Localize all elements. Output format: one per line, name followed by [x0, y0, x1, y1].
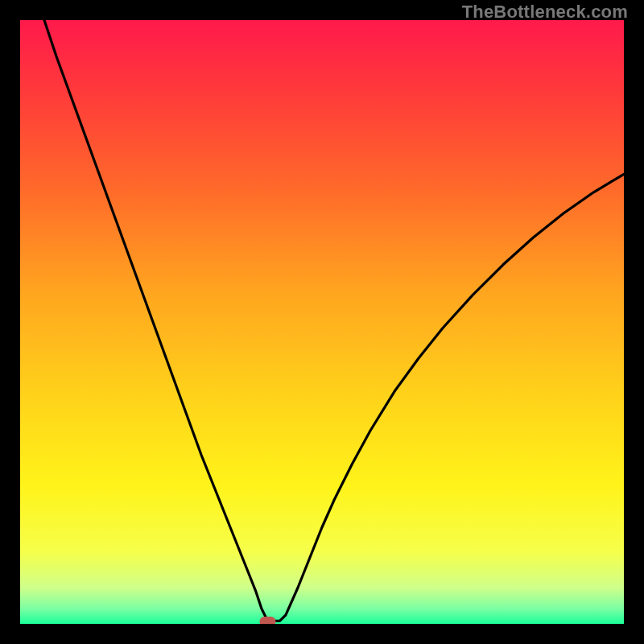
chart-frame: TheBottleneck.com	[0, 0, 644, 644]
gradient-background	[20, 20, 624, 624]
minimum-marker	[260, 617, 276, 624]
plot-area	[20, 20, 624, 624]
chart-svg	[20, 20, 624, 624]
